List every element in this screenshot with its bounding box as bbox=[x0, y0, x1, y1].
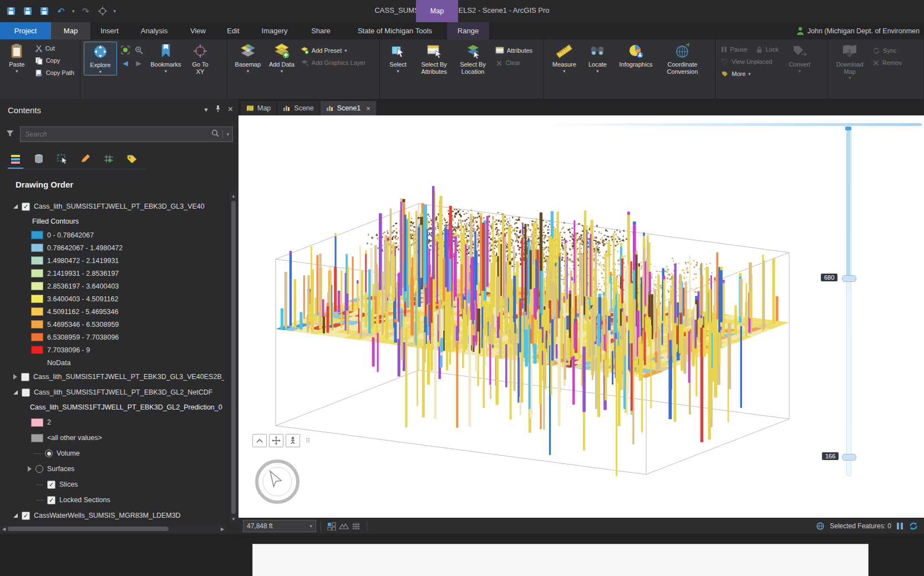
legend-row[interactable]: NoData bbox=[0, 356, 224, 369]
range-slider-horizontal[interactable] bbox=[540, 123, 922, 126]
range-slider-lower-handle[interactable] bbox=[842, 454, 856, 461]
view-tab-scene[interactable]: Scene bbox=[277, 101, 319, 115]
scroll-left-icon[interactable]: ◀ bbox=[0, 527, 8, 532]
expander-icon[interactable] bbox=[28, 466, 32, 472]
legend-row[interactable]: 4.5091162 - 5.4695346 bbox=[0, 305, 224, 318]
tab-analysis[interactable]: Analysis bbox=[129, 22, 180, 39]
copy-path-button[interactable]: Copy Path bbox=[33, 67, 77, 78]
paste-button[interactable]: Paste ▾ bbox=[3, 42, 31, 74]
search-options-caret-icon[interactable]: ▾ bbox=[226, 132, 229, 137]
expander-icon[interactable] bbox=[13, 374, 17, 380]
locked-sections-checkbox[interactable]: ✓ bbox=[47, 496, 55, 504]
pane-menu-icon[interactable]: ▾ bbox=[204, 105, 208, 114]
pause-drawing-button[interactable] bbox=[897, 523, 903, 529]
range-slider-top-marker[interactable] bbox=[845, 127, 851, 130]
add-data-button[interactable]: Add Data ▾ bbox=[267, 42, 296, 74]
signed-in-user[interactable]: John (Michigan Dept. of Environmen bbox=[796, 22, 920, 39]
expander-icon[interactable] bbox=[13, 390, 18, 395]
layer-checkbox[interactable]: ✓ bbox=[22, 512, 30, 520]
layer-checkbox[interactable]: ✓ bbox=[22, 203, 30, 211]
basemap-button[interactable]: Basemap ▾ bbox=[231, 42, 265, 74]
cut-button[interactable]: Cut bbox=[33, 43, 77, 54]
list-by-data-source-button[interactable] bbox=[31, 150, 47, 168]
full-extent-button[interactable] bbox=[119, 44, 131, 56]
legend-row[interactable]: <all other values> bbox=[0, 430, 224, 446]
scroll-right-icon[interactable]: ▶ bbox=[219, 527, 226, 532]
range-slider-upper-handle[interactable] bbox=[842, 275, 856, 282]
grid-display-button[interactable] bbox=[350, 521, 362, 532]
list-by-selection-button[interactable] bbox=[54, 150, 70, 168]
scroll-up-icon[interactable]: ▲ bbox=[231, 192, 236, 200]
layer-checkbox[interactable] bbox=[22, 388, 30, 397]
expander-icon[interactable] bbox=[13, 204, 18, 209]
tab-edit[interactable]: Edit bbox=[216, 22, 250, 39]
select-by-location-button[interactable]: Select By Location bbox=[455, 42, 491, 76]
walk-mode-button[interactable] bbox=[286, 434, 300, 447]
list-by-editing-button[interactable] bbox=[78, 150, 93, 168]
legend-row[interactable]: 7.7038096 - 9 bbox=[0, 343, 224, 356]
fixed-zoom-button[interactable] bbox=[133, 44, 145, 56]
redo-icon[interactable]: ↷ bbox=[80, 6, 92, 17]
layer-row[interactable]: Cass_lith_SUMSIS1FTJWELL_PT_EBK3D_GL3_VE… bbox=[0, 369, 224, 385]
tab-project[interactable]: Project bbox=[0, 22, 51, 39]
slices-checkbox[interactable]: ✓ bbox=[47, 481, 55, 489]
copy-button[interactable]: Copy bbox=[33, 55, 77, 66]
view-tab-map[interactable]: Map bbox=[241, 101, 276, 115]
search-box[interactable]: ▾ bbox=[20, 127, 233, 142]
save-project-icon[interactable] bbox=[39, 6, 50, 17]
tab-imagery[interactable]: Imagery bbox=[250, 22, 299, 39]
tab-share[interactable]: Share bbox=[299, 22, 343, 39]
add-preset-button[interactable]: Add Preset ▾ bbox=[298, 45, 368, 56]
navigator-control[interactable] bbox=[254, 458, 301, 507]
snapping-grid-button[interactable] bbox=[326, 521, 338, 532]
undo-icon[interactable]: ↶ bbox=[55, 6, 67, 17]
drag-handle-icon[interactable]: ⠿ bbox=[306, 437, 311, 444]
terrain-display-button[interactable] bbox=[338, 521, 350, 532]
legend-row[interactable]: 2.1419931 - 2.8536197 bbox=[0, 267, 224, 280]
infographics-button[interactable]: Infographics bbox=[614, 42, 657, 69]
tab-insert[interactable]: Insert bbox=[90, 22, 129, 39]
search-icon[interactable] bbox=[211, 129, 219, 139]
vertical-scrollbar[interactable]: ▲ ▼ bbox=[230, 192, 237, 523]
legend-row[interactable]: 0.78642067 - 1.4980472 bbox=[0, 241, 224, 254]
coordinate-conversion-button[interactable]: Coordinate Conversion bbox=[659, 42, 705, 76]
list-by-snapping-button[interactable] bbox=[101, 150, 116, 168]
bookmarks-button[interactable]: Bookmarks ▾ bbox=[147, 42, 185, 74]
option-row[interactable]: ✓ Locked Sections bbox=[0, 492, 224, 508]
expander-icon[interactable] bbox=[13, 513, 18, 518]
scrollbar-thumb[interactable] bbox=[231, 201, 236, 514]
save-icon[interactable] bbox=[6, 6, 17, 17]
option-row[interactable]: ✓ Slices bbox=[0, 477, 224, 492]
filter-icon[interactable] bbox=[6, 129, 14, 140]
legend-row[interactable]: 2.8536197 - 3.6400403 bbox=[0, 280, 224, 292]
volume-radio[interactable] bbox=[45, 449, 53, 457]
option-row[interactable]: Surfaces bbox=[0, 461, 224, 477]
legend-row[interactable]: 6.5308959 - 7.7038096 bbox=[0, 331, 224, 343]
option-row[interactable]: Volume bbox=[0, 446, 224, 461]
layer-row[interactable]: ✓ CassWaterWells_SUMSIS_MGR83M_LDEM3D bbox=[0, 508, 224, 523]
refresh-sync-icon[interactable] bbox=[908, 522, 918, 530]
pin-icon[interactable] bbox=[215, 105, 221, 114]
scroll-down-icon[interactable]: ▼ bbox=[231, 515, 236, 523]
list-by-drawing-order-button[interactable] bbox=[8, 150, 23, 169]
selected-features-status[interactable]: Selected Features: 0 bbox=[830, 522, 891, 530]
explore-target-icon[interactable] bbox=[97, 6, 108, 17]
legend-row[interactable]: 5.4695346 - 6.5308959 bbox=[0, 318, 224, 331]
layer-row[interactable]: ✓ Cass_lith_SUMSIS1FTJWELL_PT_EBK3D_GL3_… bbox=[0, 199, 224, 214]
elevation-combobox[interactable]: 47,848 ft ▾ bbox=[243, 520, 316, 532]
save-as-icon[interactable] bbox=[22, 6, 33, 17]
horizontal-scrollbar[interactable]: ◀ ▶ bbox=[0, 525, 226, 533]
select-by-attributes-button[interactable]: Select By Attributes bbox=[415, 42, 453, 76]
qat-customize-icon[interactable]: ▾ bbox=[114, 8, 116, 14]
explore-button[interactable]: Explore ▾ bbox=[84, 42, 117, 75]
sublayer-row[interactable]: Cass_lith_SUMSIS1FTJWELL_PT_EBK3D_GL2_Pr… bbox=[0, 400, 224, 415]
go-to-xy-button[interactable]: Go To XY bbox=[187, 42, 214, 76]
scrollbar-thumb[interactable] bbox=[8, 527, 169, 531]
surfaces-radio[interactable] bbox=[35, 465, 43, 473]
select-button[interactable]: Select ▾ bbox=[383, 42, 413, 74]
search-input[interactable] bbox=[24, 130, 211, 139]
view-tab-scene1[interactable]: Scene1 × bbox=[321, 101, 376, 115]
close-tab-icon[interactable]: × bbox=[366, 104, 370, 113]
tab-state-of-michigan-tools[interactable]: State of Michigan Tools bbox=[343, 22, 447, 39]
tab-map[interactable]: Map bbox=[51, 22, 90, 39]
